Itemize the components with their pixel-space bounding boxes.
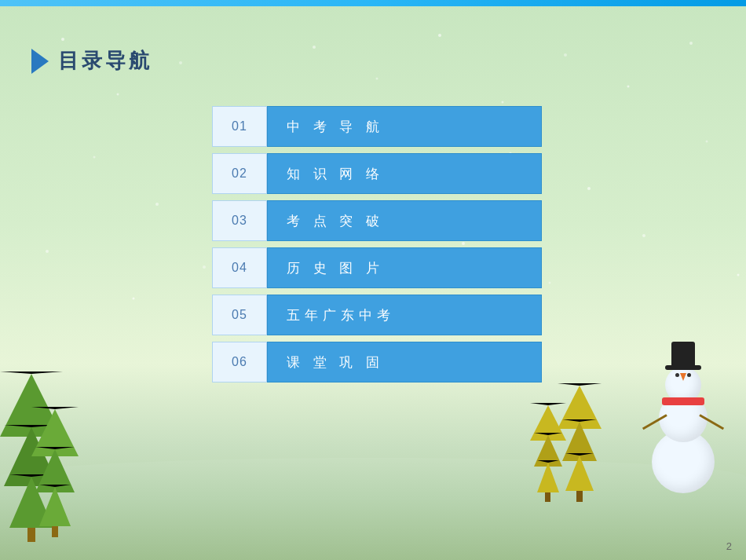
svg-point-24 — [642, 234, 645, 237]
svg-point-16 — [587, 187, 591, 190]
svg-point-7 — [502, 101, 504, 104]
svg-point-5 — [376, 78, 378, 80]
toc-row-1[interactable]: 01中 考 导 航 — [212, 106, 542, 147]
tree-left-2 — [31, 407, 79, 517]
snowman-eye-left — [675, 373, 679, 377]
toc-label-4: 历 史 图 片 — [267, 247, 542, 288]
svg-point-20 — [203, 265, 206, 269]
svg-point-9 — [627, 86, 630, 88]
toc-row-6[interactable]: 06课 堂 巩 固 — [212, 342, 542, 382]
toc-label-3: 考 点 突 破 — [267, 200, 542, 241]
toc-table: 01中 考 导 航02知 识 网 络03考 点 突 破04历 史 图 片05五年… — [212, 106, 542, 389]
toc-num-1: 01 — [212, 106, 267, 147]
toc-label-2: 知 识 网 络 — [267, 153, 542, 194]
toc-num-5: 05 — [212, 295, 267, 335]
svg-point-17 — [706, 141, 708, 143]
toc-num-6: 06 — [212, 342, 267, 382]
toc-num-3: 03 — [212, 200, 267, 241]
svg-point-0 — [61, 38, 64, 41]
svg-point-8 — [564, 53, 567, 57]
ground — [0, 458, 746, 560]
hat-brim — [665, 365, 701, 370]
toc-label-1: 中 考 导 航 — [267, 106, 542, 147]
tree-right-2 — [530, 403, 565, 489]
svg-point-4 — [313, 46, 316, 49]
page-number: 2 — [726, 540, 732, 552]
toc-label-5: 五年广东中考 — [267, 295, 542, 335]
title-arrow-icon — [31, 49, 49, 74]
hat-top — [671, 342, 695, 365]
toc-row-4[interactable]: 04历 史 图 片 — [212, 247, 542, 288]
top-accent-bar — [0, 0, 746, 6]
toc-label-6: 课 堂 巩 固 — [267, 342, 542, 382]
svg-point-6 — [438, 34, 441, 37]
svg-point-10 — [689, 42, 693, 45]
background: 目录导航 01中 考 导 航02知 识 网 络03考 点 突 破04历 史 图 … — [0, 0, 746, 560]
svg-point-2 — [179, 61, 182, 64]
toc-num-2: 02 — [212, 153, 267, 194]
snowman-eye-right — [687, 373, 691, 377]
svg-point-18 — [46, 250, 49, 253]
snowman-hat — [667, 342, 699, 370]
page-title: 目录导航 — [58, 47, 152, 75]
svg-point-12 — [155, 203, 159, 206]
snowman — [636, 336, 730, 493]
title-section: 目录导航 — [31, 47, 152, 75]
svg-point-1 — [117, 93, 119, 96]
svg-point-19 — [133, 298, 135, 300]
toc-row-5[interactable]: 05五年广东中考 — [212, 295, 542, 335]
toc-row-2[interactable]: 02知 识 网 络 — [212, 153, 542, 194]
toc-row-3[interactable]: 03考 点 突 破 — [212, 200, 542, 241]
svg-point-25 — [737, 274, 740, 276]
svg-point-11 — [93, 156, 96, 159]
snowman-nose — [680, 373, 686, 381]
svg-point-23 — [549, 282, 551, 284]
toc-num-4: 04 — [212, 247, 267, 288]
snowman-scarf — [662, 397, 704, 405]
